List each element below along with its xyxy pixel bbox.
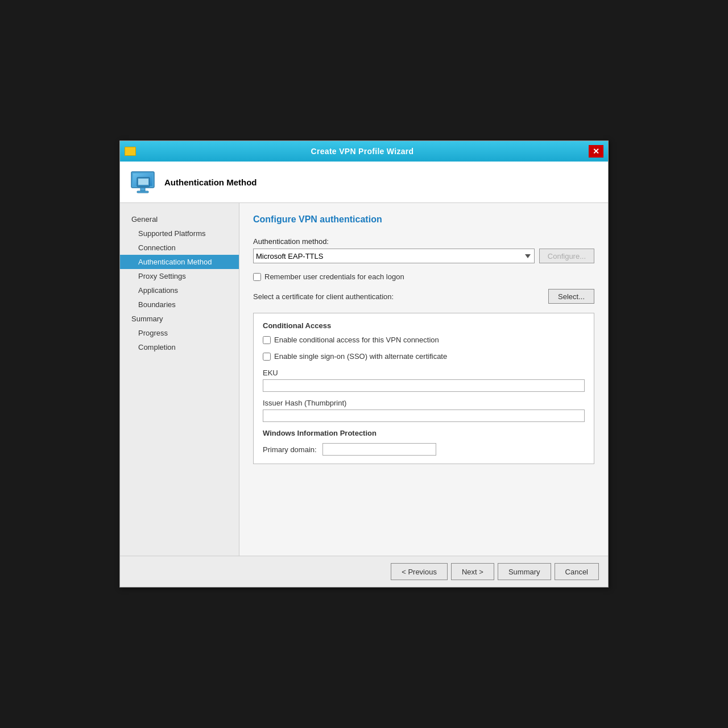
remember-credentials-row: Remember user credentials for each logon	[253, 272, 594, 281]
configure-button[interactable]: Configure...	[539, 249, 594, 263]
sidebar-item-completion[interactable]: Completion	[120, 340, 239, 354]
sidebar-item-progress[interactable]: Progress	[120, 326, 239, 340]
eku-label: EKU	[263, 369, 585, 377]
sidebar: General Supported Platforms Connection A…	[120, 203, 239, 556]
window-title: Create VPN Profile Wizard	[311, 147, 414, 156]
sidebar-item-proxy-settings[interactable]: Proxy Settings	[120, 269, 239, 283]
title-bar: Create VPN Profile Wizard ✕	[120, 141, 608, 162]
window-icon	[125, 147, 136, 156]
main-content: Configure VPN authentication Authenticat…	[239, 203, 608, 556]
dialog-header: Authentication Method	[120, 162, 608, 203]
eku-input[interactable]	[263, 379, 585, 392]
auth-method-select[interactable]: Microsoft EAP-TTLS Microsoft: Protected …	[253, 249, 535, 263]
close-button[interactable]: ✕	[589, 145, 603, 158]
remember-credentials-label[interactable]: Remember user credentials for each logon	[264, 272, 404, 281]
section-title: Configure VPN authentication	[253, 214, 594, 225]
cancel-button[interactable]: Cancel	[555, 563, 599, 580]
select-button[interactable]: Select...	[548, 289, 594, 304]
select-cert-row: Select a certificate for client authenti…	[253, 289, 594, 304]
select-cert-label: Select a certificate for client authenti…	[253, 292, 394, 301]
previous-button[interactable]: < Previous	[391, 563, 448, 580]
dialog-footer: < Previous Next > Summary Cancel	[120, 556, 608, 587]
issuer-hash-input[interactable]	[263, 410, 585, 422]
issuer-hash-label: Issuer Hash (Thumbprint)	[263, 399, 585, 407]
auth-method-row: Microsoft EAP-TTLS Microsoft: Protected …	[253, 249, 594, 263]
summary-button[interactable]: Summary	[498, 563, 551, 580]
svg-rect-6	[138, 179, 148, 185]
vpn-wizard-dialog: Create VPN Profile Wizard ✕	[119, 140, 609, 588]
wip-section: Windows Information Protection Primary d…	[263, 429, 585, 456]
sidebar-item-boundaries[interactable]: Boundaries	[120, 297, 239, 312]
sidebar-item-general[interactable]: General	[120, 212, 239, 226]
enable-sso-checkbox[interactable]	[263, 353, 271, 361]
sidebar-item-summary[interactable]: Summary	[120, 312, 239, 326]
sidebar-item-supported-platforms[interactable]: Supported Platforms	[120, 226, 239, 241]
enable-ca-label[interactable]: Enable conditional access for this VPN c…	[274, 336, 439, 344]
sidebar-item-authentication-method[interactable]: Authentication Method	[120, 255, 239, 269]
wip-title: Windows Information Protection	[263, 429, 585, 437]
primary-domain-row: Primary domain:	[263, 443, 585, 456]
svg-rect-3	[140, 188, 145, 191]
enable-sso-label[interactable]: Enable single sign-on (SSO) with alterna…	[274, 352, 447, 361]
remember-credentials-checkbox[interactable]	[253, 273, 261, 281]
primary-domain-label: Primary domain:	[263, 445, 317, 454]
next-button[interactable]: Next >	[451, 563, 494, 580]
enable-ca-checkbox[interactable]	[263, 336, 271, 344]
svg-rect-4	[137, 191, 148, 193]
eku-group: EKU	[263, 369, 585, 392]
header-title: Authentication Method	[164, 177, 257, 187]
dialog-body: General Supported Platforms Connection A…	[120, 203, 608, 556]
auth-method-label: Authentication method:	[253, 237, 594, 246]
issuer-hash-group: Issuer Hash (Thumbprint)	[263, 399, 585, 422]
primary-domain-input[interactable]	[322, 443, 436, 456]
sidebar-item-applications[interactable]: Applications	[120, 283, 239, 297]
enable-ca-row: Enable conditional access for this VPN c…	[263, 336, 585, 344]
enable-sso-row: Enable single sign-on (SSO) with alterna…	[263, 352, 585, 361]
conditional-access-title: Conditional Access	[263, 321, 585, 330]
header-icon	[129, 168, 156, 196]
conditional-access-box: Conditional Access Enable conditional ac…	[253, 313, 594, 464]
sidebar-item-connection[interactable]: Connection	[120, 241, 239, 255]
